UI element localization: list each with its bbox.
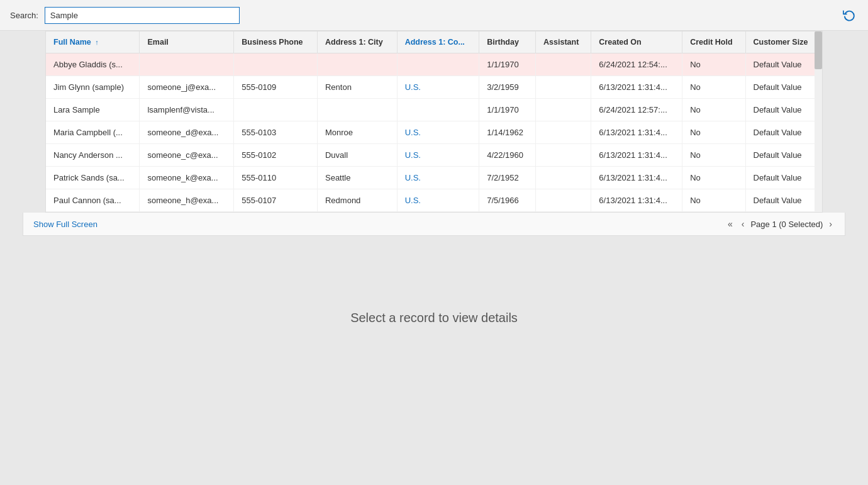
prev-page-button[interactable]: ‹: [739, 218, 747, 230]
col-header-assistant[interactable]: Assistant: [536, 31, 591, 53]
cell-row2-col6: [536, 99, 591, 121]
table-wrapper: Full Name ↑ Email Business Phone Address…: [23, 31, 845, 213]
cell-row1-col3: Renton: [317, 76, 397, 99]
cell-row2-col3: [317, 99, 397, 121]
cell-row5-col7: 6/13/2021 1:31:4...: [591, 167, 682, 189]
col-header-createdon[interactable]: Created On: [591, 31, 682, 53]
cell-row1-col8: No: [682, 76, 745, 99]
col-header-birthday[interactable]: Birthday: [479, 31, 536, 53]
cell-row3-col3: Monroe: [317, 121, 397, 144]
pagination: « ‹ Page 1 (0 Selected) ›: [725, 218, 835, 230]
scrollbar-track[interactable]: [815, 31, 822, 212]
cell-row5-col3: Seattle: [317, 167, 397, 189]
cell-row0-col2: [234, 53, 318, 76]
cell-row6-col4[interactable]: U.S.: [397, 189, 479, 212]
table-row[interactable]: Abbye Gladdis (s...1/1/19706/24/2021 12:…: [46, 53, 822, 76]
first-page-button[interactable]: «: [725, 218, 735, 230]
cell-row4-col8: No: [682, 144, 745, 167]
col-header-addresscountry[interactable]: Address 1: Co...: [397, 31, 479, 53]
cell-row6-col1: someone_h@exa...: [140, 189, 234, 212]
cell-row6-col0: Paul Cannon (sa...: [46, 189, 140, 212]
cell-row6-col8: No: [682, 189, 745, 212]
col-header-businessphone[interactable]: Business Phone: [234, 31, 318, 53]
cell-row5-col0: Patrick Sands (sa...: [46, 167, 140, 189]
table-footer: Show Full Screen « ‹ Page 1 (0 Selected)…: [23, 213, 845, 236]
cell-row4-col6: [536, 144, 591, 167]
cell-row2-col7: 6/24/2021 12:57:...: [591, 99, 682, 121]
scrollbar-thumb[interactable]: [815, 31, 822, 69]
cell-row0-col4[interactable]: [397, 53, 479, 76]
cell-row0-col3: [317, 53, 397, 76]
search-input[interactable]: [45, 7, 240, 24]
cell-row6-col5: 7/5/1966: [479, 189, 536, 212]
search-bar: Search:: [0, 0, 868, 31]
next-page-button[interactable]: ›: [826, 218, 835, 230]
table-row[interactable]: Maria Campbell (...someone_d@exa...555-0…: [46, 121, 822, 144]
search-label: Search:: [10, 11, 38, 20]
cell-row5-col8: No: [682, 167, 745, 189]
cell-row1-col5: 3/2/1959: [479, 76, 536, 99]
cell-row5-col4[interactable]: U.S.: [397, 167, 479, 189]
cell-row4-col2: 555-0102: [234, 144, 318, 167]
cell-row1-col6: [536, 76, 591, 99]
refresh-icon: [843, 9, 855, 21]
cell-row0-col5: 1/1/1970: [479, 53, 536, 76]
table-header-row: Full Name ↑ Email Business Phone Address…: [46, 31, 822, 53]
cell-row5-col2: 555-0110: [234, 167, 318, 189]
cell-row4-col7: 6/13/2021 1:31:4...: [591, 144, 682, 167]
empty-state-message: Select a record to view details: [350, 311, 518, 325]
cell-row3-col7: 6/13/2021 1:31:4...: [591, 121, 682, 144]
col-header-customersize[interactable]: Customer Size: [745, 31, 822, 53]
cell-row3-col4[interactable]: U.S.: [397, 121, 479, 144]
cell-row2-col8: No: [682, 99, 745, 121]
cell-row1-col4[interactable]: U.S.: [397, 76, 479, 99]
cell-row6-col6: [536, 189, 591, 212]
cell-row3-col1: someone_d@exa...: [140, 121, 234, 144]
sort-arrow-fullname: ↑: [95, 38, 99, 46]
show-full-screen-link[interactable]: Show Full Screen: [33, 220, 97, 229]
cell-row5-col5: 7/2/1952: [479, 167, 536, 189]
empty-state: Select a record to view details: [0, 236, 868, 399]
cell-row6-col3: Redmond: [317, 189, 397, 212]
table-container: Full Name ↑ Email Business Phone Address…: [45, 31, 823, 213]
cell-row1-col7: 6/13/2021 1:31:4...: [591, 76, 682, 99]
table-row[interactable]: Nancy Anderson ...someone_c@exa...555-01…: [46, 144, 822, 167]
cell-row6-col2: 555-0107: [234, 189, 318, 212]
cell-row2-col1: lsamplenf@vista...: [140, 99, 234, 121]
cell-row0-col8: No: [682, 53, 745, 76]
col-header-credithold[interactable]: Credit Hold: [682, 31, 745, 53]
table-row[interactable]: Lara Samplelsamplenf@vista...1/1/19706/2…: [46, 99, 822, 121]
cell-row5-col6: [536, 167, 591, 189]
col-header-fullname[interactable]: Full Name ↑: [46, 31, 140, 53]
table-row[interactable]: Paul Cannon (sa...someone_h@exa...555-01…: [46, 189, 822, 212]
table-row[interactable]: Patrick Sands (sa...someone_k@exa...555-…: [46, 167, 822, 189]
cell-row6-col9: Default Value: [745, 189, 822, 212]
cell-row1-col2: 555-0109: [234, 76, 318, 99]
col-header-email[interactable]: Email: [140, 31, 234, 53]
cell-row0-col0: Abbye Gladdis (s...: [46, 53, 140, 76]
cell-row3-col9: Default Value: [745, 121, 822, 144]
cell-row3-col8: No: [682, 121, 745, 144]
cell-row3-col5: 1/14/1962: [479, 121, 536, 144]
first-page-icon: «: [728, 219, 733, 229]
col-header-addresscity[interactable]: Address 1: City: [317, 31, 397, 53]
cell-row2-col0: Lara Sample: [46, 99, 140, 121]
table-row[interactable]: Jim Glynn (sample)someone_j@exa...555-01…: [46, 76, 822, 99]
cell-row0-col6: [536, 53, 591, 76]
cell-row4-col5: 4/22/1960: [479, 144, 536, 167]
cell-row4-col4[interactable]: U.S.: [397, 144, 479, 167]
cell-row4-col9: Default Value: [745, 144, 822, 167]
refresh-button[interactable]: [840, 6, 858, 24]
cell-row4-col3: Duvall: [317, 144, 397, 167]
next-page-icon: ›: [829, 219, 832, 229]
cell-row2-col5: 1/1/1970: [479, 99, 536, 121]
cell-row5-col1: someone_k@exa...: [140, 167, 234, 189]
cell-row1-col9: Default Value: [745, 76, 822, 99]
cell-row0-col9: Default Value: [745, 53, 822, 76]
cell-row5-col9: Default Value: [745, 167, 822, 189]
prev-page-icon: ‹: [742, 219, 745, 229]
cell-row1-col0: Jim Glynn (sample): [46, 76, 140, 99]
cell-row2-col4[interactable]: [397, 99, 479, 121]
cell-row2-col9: Default Value: [745, 99, 822, 121]
cell-row0-col1: [140, 53, 234, 76]
